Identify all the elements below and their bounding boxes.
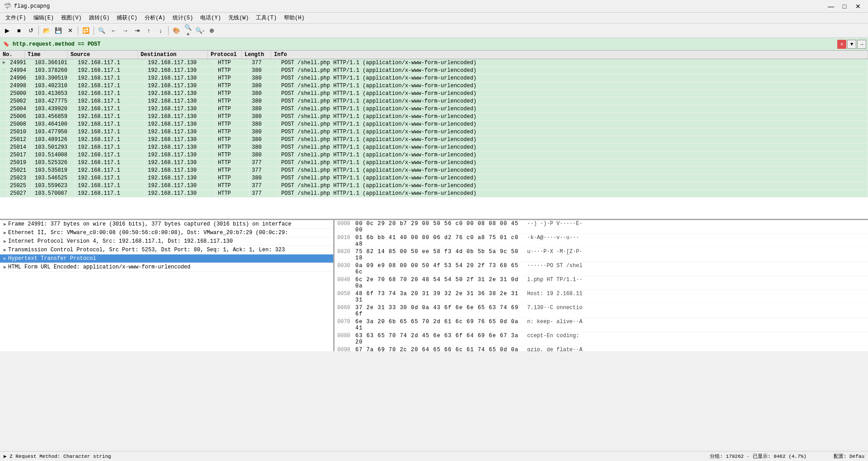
- hex-bytes[interactable]: 67 7a 69 70 2c 20 64 65 66 6c 61 74 65 0…: [355, 347, 527, 351]
- packet-info: POST /shell.php HTTP/1.1 (application/x-…: [278, 190, 868, 197]
- detail-row[interactable]: ▶Hypertext Transfer Protocol: [0, 254, 333, 263]
- menu-item-e[interactable]: 编辑(E): [30, 13, 58, 23]
- close-button[interactable]: ✕: [852, 2, 864, 11]
- packet-row[interactable]: 25004103.439920192.168.117.1192.168.117.…: [0, 105, 868, 113]
- packet-row[interactable]: 25019103.525326192.168.117.1192.168.117.…: [0, 159, 868, 167]
- col-header-source[interactable]: Source: [68, 51, 138, 59]
- hex-bytes[interactable]: 6e 3a 20 6b 65 65 70 2d 61 6c 69 76 65 0…: [355, 319, 527, 331]
- col-header-protocol[interactable]: Protocol: [208, 51, 242, 59]
- menu-item-v[interactable]: 视图(V): [57, 13, 85, 23]
- packet-time: 103.439920: [32, 105, 75, 113]
- packet-len: 380: [249, 128, 278, 136]
- menu-item-a[interactable]: 分析(A): [141, 13, 169, 23]
- packet-row[interactable]: 25025103.559623192.168.117.1192.168.117.…: [0, 182, 868, 190]
- toolbar-zoom-out-btn[interactable]: 🔍-: [194, 25, 205, 36]
- packet-time: 103.546525: [32, 174, 75, 182]
- detail-row[interactable]: ▶Transmission Control Protocol, Src Port…: [0, 246, 333, 254]
- packet-proto: HTTP: [215, 90, 249, 97]
- packet-dst: 192.168.117.130: [145, 90, 215, 97]
- packet-row[interactable]: 25006103.456859192.168.117.1192.168.117.…: [0, 113, 868, 121]
- filter-actions: ✕ ▼ →: [837, 40, 866, 49]
- menu-item-s[interactable]: 统计(S): [169, 13, 197, 23]
- toolbar-goto-btn[interactable]: ⇥: [132, 25, 142, 36]
- col-header-time[interactable]: Time: [25, 51, 68, 59]
- packet-row[interactable]: 25002103.427775192.168.117.1192.168.117.…: [0, 98, 868, 105]
- maximize-button[interactable]: □: [838, 2, 851, 11]
- hex-bytes[interactable]: 63 63 65 70 74 2d 45 6e 63 6f 64 69 6e 6…: [355, 333, 527, 345]
- hex-bytes[interactable]: 00 0c 29 20 b7 29 00 50 56 c0 00 08 08 0…: [355, 221, 527, 233]
- detail-row[interactable]: ▶Ethernet II, Src: VMware_c0:00:08 (00:5…: [0, 229, 333, 237]
- packet-no: 24998: [7, 82, 32, 89]
- packet-row-arrow: [0, 121, 7, 128]
- hex-bytes[interactable]: 75 82 14 85 00 50 ee 58 f3 4d 0b 5b 5a 9…: [355, 249, 527, 261]
- packet-dst: 192.168.117.130: [145, 98, 215, 105]
- packet-proto: HTTP: [215, 121, 249, 128]
- packet-row[interactable]: 25021103.535819192.168.117.1192.168.117.…: [0, 167, 868, 174]
- packet-row[interactable]: 25000103.413653192.168.117.1192.168.117.…: [0, 90, 868, 98]
- menu-item-y[interactable]: 电话(Y): [197, 13, 225, 23]
- col-header-destination[interactable]: Destination: [138, 51, 208, 59]
- toolbar-prev-btn[interactable]: ↑: [143, 25, 154, 36]
- col-header-info[interactable]: Info: [271, 51, 868, 59]
- toolbar-open-btn[interactable]: 📂: [41, 25, 52, 36]
- toolbar-restart-btn[interactable]: ↺: [25, 25, 36, 36]
- packet-row[interactable]: 25010103.477950192.168.117.1192.168.117.…: [0, 128, 868, 136]
- filter-clear-btn[interactable]: ✕: [837, 40, 846, 49]
- hex-bytes[interactable]: 0a 09 e9 08 00 00 50 4f 53 54 20 2f 73 6…: [355, 263, 527, 275]
- menu-item-g[interactable]: 跳转(G): [85, 13, 113, 23]
- menu-item-t[interactable]: 工具(T): [252, 13, 280, 23]
- toolbar-save-btn[interactable]: 💾: [53, 25, 64, 36]
- toolbar-close-btn[interactable]: ✕: [65, 25, 75, 36]
- detail-row[interactable]: ▶HTML Form URL Encoded: application/x-ww…: [0, 263, 333, 272]
- packet-row[interactable]: 25014103.501293192.168.117.1192.168.117.…: [0, 144, 868, 151]
- filter-bookmark-btn[interactable]: ▼: [847, 40, 856, 49]
- packet-len: 380: [249, 75, 278, 82]
- packet-src: 192.168.117.1: [75, 75, 145, 82]
- hex-bytes[interactable]: 37 2e 31 33 30 0d 0a 43 6f 6e 6e 65 63 7…: [355, 305, 527, 317]
- detail-row[interactable]: ▶Internet Protocol Version 4, Src: 192.1…: [0, 237, 333, 246]
- toolbar-reload-btn[interactable]: 🔁: [80, 25, 91, 36]
- packet-row-arrow: [0, 159, 7, 166]
- toolbar-back-btn[interactable]: ←: [108, 25, 119, 36]
- packet-proto: HTTP: [215, 151, 249, 159]
- packet-dst: 192.168.117.130: [145, 144, 215, 151]
- packet-info: POST /shell.php HTTP/1.1 (application/x-…: [278, 113, 868, 120]
- packet-row[interactable]: 25023103.546525192.168.117.1192.168.117.…: [0, 174, 868, 182]
- packet-proto: HTTP: [215, 75, 249, 82]
- packet-proto: HTTP: [215, 128, 249, 136]
- bottom-area: ▶Frame 24991: 377 bytes on wire (3016 bi…: [0, 220, 868, 351]
- menu-item-w[interactable]: 无线(W): [225, 13, 253, 23]
- packet-time: 103.413653: [32, 90, 75, 97]
- packet-row[interactable]: ▶24991103.366101192.168.117.1192.168.117…: [0, 59, 868, 67]
- toolbar-stop-btn[interactable]: ■: [14, 25, 24, 36]
- toolbar-find-btn[interactable]: 🔍: [96, 25, 107, 36]
- filter-arrow-btn[interactable]: →: [857, 40, 866, 49]
- toolbar-next-btn[interactable]: ↓: [155, 25, 166, 36]
- menu-item-h[interactable]: 帮助(H): [280, 13, 308, 23]
- detail-row[interactable]: ▶Frame 24991: 377 bytes on wire (3016 bi…: [0, 220, 333, 229]
- packet-row[interactable]: 25008103.464100192.168.117.1192.168.117.…: [0, 121, 868, 128]
- packet-row[interactable]: 25017103.514008192.168.117.1192.168.117.…: [0, 151, 868, 159]
- toolbar-zoom-reset-btn[interactable]: ⊕: [206, 25, 217, 36]
- menu-item-c[interactable]: 捕获(C): [113, 13, 141, 23]
- toolbar-zoom-in-btn[interactable]: 🔍+: [183, 25, 193, 36]
- packet-dst: 192.168.117.130: [145, 182, 215, 189]
- toolbar-fwd-btn[interactable]: →: [120, 25, 131, 36]
- packet-row[interactable]: ·24994103.378260192.168.117.1192.168.117…: [0, 67, 868, 75]
- hex-bytes[interactable]: 48 6f 73 74 3a 20 31 39 32 2e 31 36 38 2…: [355, 291, 527, 303]
- packet-len: 380: [249, 90, 278, 97]
- filter-input[interactable]: http.request.method == POST: [11, 41, 837, 47]
- packet-row[interactable]: 24998103.402310192.168.117.1192.168.117.…: [0, 82, 868, 90]
- hex-bytes[interactable]: 01 6b bb 41 40 00 80 06 d2 76 c0 a8 75 0…: [355, 235, 527, 247]
- toolbar-start-btn[interactable]: ▶: [2, 25, 13, 36]
- col-header-length[interactable]: Length: [242, 51, 271, 59]
- hex-bytes[interactable]: 6c 2e 70 68 70 20 48 54 54 50 2f 31 2e 3…: [355, 277, 527, 289]
- menu-item-f[interactable]: 文件(F): [2, 13, 30, 23]
- packet-row[interactable]: 25012103.489126192.168.117.1192.168.117.…: [0, 136, 868, 144]
- toolbar-colorize-btn[interactable]: 🎨: [171, 25, 182, 36]
- packet-row[interactable]: 24996103.390519192.168.117.1192.168.117.…: [0, 75, 868, 82]
- minimize-button[interactable]: —: [825, 2, 837, 11]
- packet-row-arrow: [0, 98, 7, 105]
- packet-row[interactable]: 25027103.570087192.168.117.1192.168.117.…: [0, 190, 868, 198]
- col-header-no[interactable]: No.: [0, 51, 25, 59]
